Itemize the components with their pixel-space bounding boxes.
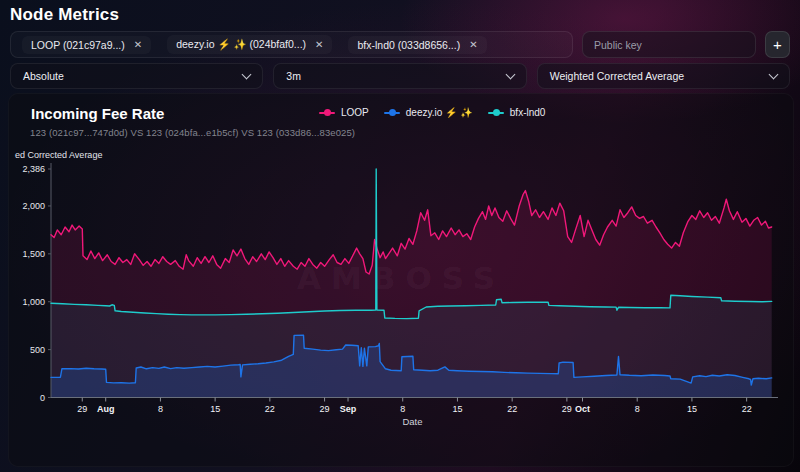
svg-text:Oct: Oct	[575, 404, 590, 414]
metric-mode-value: Absolute	[23, 70, 64, 82]
time-range-select[interactable]: 3m	[273, 63, 526, 89]
node-chip-loop: LOOP (021c97a9...) ✕	[22, 36, 151, 54]
svg-text:Sep: Sep	[340, 404, 357, 414]
svg-text:29: 29	[77, 404, 87, 414]
svg-text:500: 500	[30, 345, 45, 355]
chart-canvas[interactable]: 2,3862,0001,5001,000500029Aug8152229Sep8…	[9, 94, 793, 466]
svg-text:29: 29	[562, 404, 572, 414]
remove-node-icon[interactable]: ✕	[134, 40, 142, 50]
time-range-value: 3m	[286, 70, 301, 82]
svg-text:Aug: Aug	[97, 404, 115, 414]
node-chips-container: LOOP (021c97a9...) ✕ deezy.io ⚡ ✨ (024bf…	[10, 31, 573, 58]
node-chip-bfx: bfx-lnd0 (033d8656...) ✕	[348, 36, 486, 54]
svg-text:1,000: 1,000	[22, 297, 45, 307]
svg-text:Date: Date	[402, 416, 422, 427]
svg-text:0: 0	[40, 393, 45, 403]
chart-card: Incoming Fee Rate LOOP deezy.io ⚡ ✨ bfx-…	[8, 93, 794, 467]
node-chip-deezy: deezy.io ⚡ ✨ (024bfaf0...) ✕	[167, 35, 332, 54]
filter-bar: LOOP (021c97a9...) ✕ deezy.io ⚡ ✨ (024bf…	[10, 31, 790, 58]
svg-text:22: 22	[265, 404, 275, 414]
svg-text:2,000: 2,000	[22, 201, 45, 211]
svg-text:15: 15	[210, 404, 220, 414]
node-chip-label: LOOP (021c97a9...)	[31, 39, 125, 51]
aggregation-value: Weighted Corrected Average	[550, 70, 684, 82]
chevron-down-icon	[242, 70, 252, 80]
public-key-input[interactable]	[582, 31, 756, 58]
svg-text:22: 22	[507, 404, 517, 414]
remove-node-icon[interactable]: ✕	[315, 40, 323, 50]
node-chip-label: deezy.io ⚡ ✨ (024bfaf0...)	[176, 38, 306, 51]
metric-mode-select[interactable]: Absolute	[10, 63, 263, 89]
svg-text:29: 29	[320, 404, 330, 414]
svg-text:1,500: 1,500	[22, 249, 45, 259]
chevron-down-icon	[505, 70, 515, 80]
aggregation-select[interactable]: Weighted Corrected Average	[537, 63, 790, 89]
svg-text:22: 22	[742, 404, 752, 414]
remove-node-icon[interactable]: ✕	[469, 40, 477, 50]
svg-text:8: 8	[158, 404, 163, 414]
svg-text:8: 8	[635, 404, 640, 414]
svg-text:15: 15	[687, 404, 697, 414]
svg-text:2,386: 2,386	[22, 164, 45, 174]
add-node-button[interactable]: +	[765, 31, 790, 58]
page-title: Node Metrics	[10, 5, 119, 25]
controls-row: Absolute 3m Weighted Corrected Average	[10, 63, 790, 89]
node-chip-label: bfx-lnd0 (033d8656...)	[357, 39, 460, 51]
chevron-down-icon	[769, 70, 779, 80]
svg-text:15: 15	[452, 404, 462, 414]
svg-text:8: 8	[400, 404, 405, 414]
